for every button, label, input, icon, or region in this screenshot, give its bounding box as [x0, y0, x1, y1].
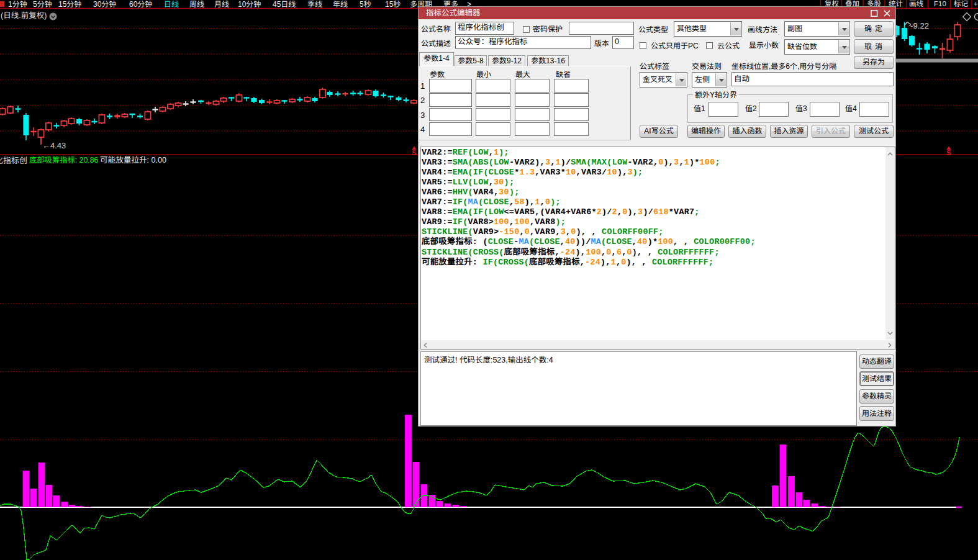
svg-text:S: S — [946, 149, 951, 156]
svg-text:S: S — [412, 149, 416, 156]
